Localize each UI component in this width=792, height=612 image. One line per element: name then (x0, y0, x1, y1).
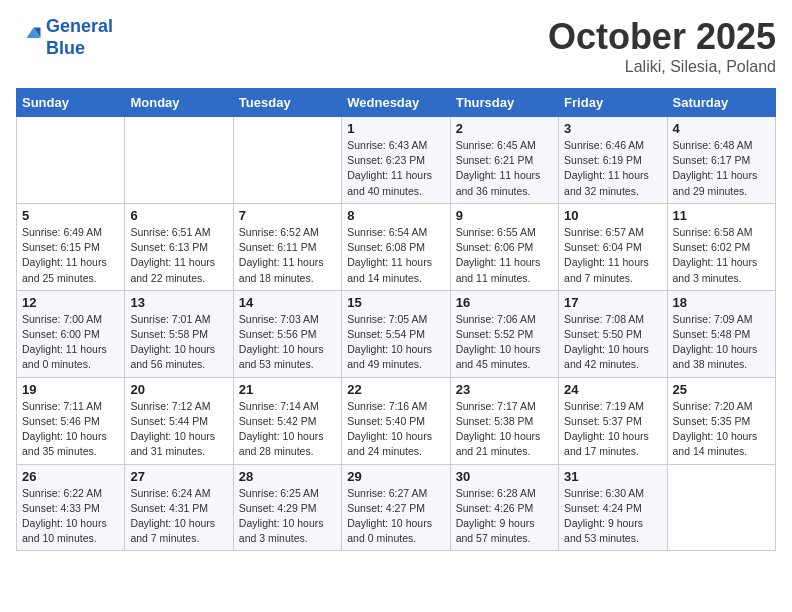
day-number: 12 (22, 295, 119, 310)
calendar-cell: 1Sunrise: 6:43 AMSunset: 6:23 PMDaylight… (342, 117, 450, 204)
calendar-cell: 2Sunrise: 6:45 AMSunset: 6:21 PMDaylight… (450, 117, 558, 204)
day-number: 29 (347, 469, 444, 484)
day-info: Sunrise: 7:01 AMSunset: 5:58 PMDaylight:… (130, 312, 227, 373)
day-info: Sunrise: 6:49 AMSunset: 6:15 PMDaylight:… (22, 225, 119, 286)
weekday-header: Friday (559, 89, 667, 117)
weekday-header: Thursday (450, 89, 558, 117)
day-number: 3 (564, 121, 661, 136)
calendar-cell: 29Sunrise: 6:27 AMSunset: 4:27 PMDayligh… (342, 464, 450, 551)
day-info: Sunrise: 7:17 AMSunset: 5:38 PMDaylight:… (456, 399, 553, 460)
calendar-cell: 8Sunrise: 6:54 AMSunset: 6:08 PMDaylight… (342, 203, 450, 290)
calendar-table: SundayMondayTuesdayWednesdayThursdayFrid… (16, 88, 776, 551)
weekday-header: Monday (125, 89, 233, 117)
day-number: 23 (456, 382, 553, 397)
day-number: 18 (673, 295, 770, 310)
day-info: Sunrise: 7:19 AMSunset: 5:37 PMDaylight:… (564, 399, 661, 460)
calendar-cell: 15Sunrise: 7:05 AMSunset: 5:54 PMDayligh… (342, 290, 450, 377)
page-header: General Blue October 2025 Laliki, Silesi… (16, 16, 776, 76)
logo: General Blue (16, 16, 113, 59)
day-number: 9 (456, 208, 553, 223)
day-info: Sunrise: 7:20 AMSunset: 5:35 PMDaylight:… (673, 399, 770, 460)
day-info: Sunrise: 7:14 AMSunset: 5:42 PMDaylight:… (239, 399, 336, 460)
day-info: Sunrise: 6:25 AMSunset: 4:29 PMDaylight:… (239, 486, 336, 547)
day-number: 16 (456, 295, 553, 310)
day-info: Sunrise: 6:30 AMSunset: 4:24 PMDaylight:… (564, 486, 661, 547)
day-number: 11 (673, 208, 770, 223)
day-number: 27 (130, 469, 227, 484)
day-number: 20 (130, 382, 227, 397)
day-info: Sunrise: 6:48 AMSunset: 6:17 PMDaylight:… (673, 138, 770, 199)
day-number: 28 (239, 469, 336, 484)
day-info: Sunrise: 6:27 AMSunset: 4:27 PMDaylight:… (347, 486, 444, 547)
day-number: 4 (673, 121, 770, 136)
day-number: 13 (130, 295, 227, 310)
calendar-cell: 14Sunrise: 7:03 AMSunset: 5:56 PMDayligh… (233, 290, 341, 377)
calendar-cell: 30Sunrise: 6:28 AMSunset: 4:26 PMDayligh… (450, 464, 558, 551)
day-number: 26 (22, 469, 119, 484)
calendar-cell: 22Sunrise: 7:16 AMSunset: 5:40 PMDayligh… (342, 377, 450, 464)
day-info: Sunrise: 6:45 AMSunset: 6:21 PMDaylight:… (456, 138, 553, 199)
calendar-cell: 6Sunrise: 6:51 AMSunset: 6:13 PMDaylight… (125, 203, 233, 290)
calendar-cell: 7Sunrise: 6:52 AMSunset: 6:11 PMDaylight… (233, 203, 341, 290)
logo-icon (16, 24, 44, 52)
day-number: 6 (130, 208, 227, 223)
calendar-cell: 17Sunrise: 7:08 AMSunset: 5:50 PMDayligh… (559, 290, 667, 377)
calendar-cell (667, 464, 775, 551)
day-info: Sunrise: 6:28 AMSunset: 4:26 PMDaylight:… (456, 486, 553, 547)
calendar-week-row: 26Sunrise: 6:22 AMSunset: 4:33 PMDayligh… (17, 464, 776, 551)
logo-text: General Blue (46, 16, 113, 59)
calendar-cell: 18Sunrise: 7:09 AMSunset: 5:48 PMDayligh… (667, 290, 775, 377)
day-info: Sunrise: 7:06 AMSunset: 5:52 PMDaylight:… (456, 312, 553, 373)
day-info: Sunrise: 6:22 AMSunset: 4:33 PMDaylight:… (22, 486, 119, 547)
day-number: 31 (564, 469, 661, 484)
calendar-cell: 4Sunrise: 6:48 AMSunset: 6:17 PMDaylight… (667, 117, 775, 204)
month-title: October 2025 (548, 16, 776, 58)
calendar-cell (17, 117, 125, 204)
day-info: Sunrise: 7:12 AMSunset: 5:44 PMDaylight:… (130, 399, 227, 460)
title-block: October 2025 Laliki, Silesia, Poland (548, 16, 776, 76)
day-number: 21 (239, 382, 336, 397)
logo-line2: Blue (46, 38, 85, 58)
calendar-cell: 23Sunrise: 7:17 AMSunset: 5:38 PMDayligh… (450, 377, 558, 464)
calendar-cell: 13Sunrise: 7:01 AMSunset: 5:58 PMDayligh… (125, 290, 233, 377)
day-info: Sunrise: 6:43 AMSunset: 6:23 PMDaylight:… (347, 138, 444, 199)
calendar-cell: 11Sunrise: 6:58 AMSunset: 6:02 PMDayligh… (667, 203, 775, 290)
calendar-cell: 26Sunrise: 6:22 AMSunset: 4:33 PMDayligh… (17, 464, 125, 551)
calendar-cell: 5Sunrise: 6:49 AMSunset: 6:15 PMDaylight… (17, 203, 125, 290)
day-number: 15 (347, 295, 444, 310)
calendar-cell (233, 117, 341, 204)
calendar-week-row: 1Sunrise: 6:43 AMSunset: 6:23 PMDaylight… (17, 117, 776, 204)
day-info: Sunrise: 7:16 AMSunset: 5:40 PMDaylight:… (347, 399, 444, 460)
day-info: Sunrise: 6:55 AMSunset: 6:06 PMDaylight:… (456, 225, 553, 286)
weekday-header: Sunday (17, 89, 125, 117)
weekday-header: Wednesday (342, 89, 450, 117)
calendar-cell: 10Sunrise: 6:57 AMSunset: 6:04 PMDayligh… (559, 203, 667, 290)
calendar-week-row: 12Sunrise: 7:00 AMSunset: 6:00 PMDayligh… (17, 290, 776, 377)
day-number: 10 (564, 208, 661, 223)
day-info: Sunrise: 7:00 AMSunset: 6:00 PMDaylight:… (22, 312, 119, 373)
day-number: 19 (22, 382, 119, 397)
day-number: 7 (239, 208, 336, 223)
day-info: Sunrise: 6:54 AMSunset: 6:08 PMDaylight:… (347, 225, 444, 286)
day-number: 14 (239, 295, 336, 310)
day-info: Sunrise: 7:09 AMSunset: 5:48 PMDaylight:… (673, 312, 770, 373)
calendar-cell: 28Sunrise: 6:25 AMSunset: 4:29 PMDayligh… (233, 464, 341, 551)
day-info: Sunrise: 6:52 AMSunset: 6:11 PMDaylight:… (239, 225, 336, 286)
day-number: 24 (564, 382, 661, 397)
calendar-cell: 21Sunrise: 7:14 AMSunset: 5:42 PMDayligh… (233, 377, 341, 464)
calendar-cell: 31Sunrise: 6:30 AMSunset: 4:24 PMDayligh… (559, 464, 667, 551)
calendar-cell: 24Sunrise: 7:19 AMSunset: 5:37 PMDayligh… (559, 377, 667, 464)
day-number: 2 (456, 121, 553, 136)
day-number: 5 (22, 208, 119, 223)
calendar-cell: 3Sunrise: 6:46 AMSunset: 6:19 PMDaylight… (559, 117, 667, 204)
day-number: 30 (456, 469, 553, 484)
day-info: Sunrise: 7:11 AMSunset: 5:46 PMDaylight:… (22, 399, 119, 460)
calendar-cell: 12Sunrise: 7:00 AMSunset: 6:00 PMDayligh… (17, 290, 125, 377)
calendar-cell: 16Sunrise: 7:06 AMSunset: 5:52 PMDayligh… (450, 290, 558, 377)
calendar-cell: 25Sunrise: 7:20 AMSunset: 5:35 PMDayligh… (667, 377, 775, 464)
calendar-cell (125, 117, 233, 204)
day-number: 25 (673, 382, 770, 397)
day-info: Sunrise: 7:03 AMSunset: 5:56 PMDaylight:… (239, 312, 336, 373)
day-info: Sunrise: 7:05 AMSunset: 5:54 PMDaylight:… (347, 312, 444, 373)
weekday-header: Tuesday (233, 89, 341, 117)
